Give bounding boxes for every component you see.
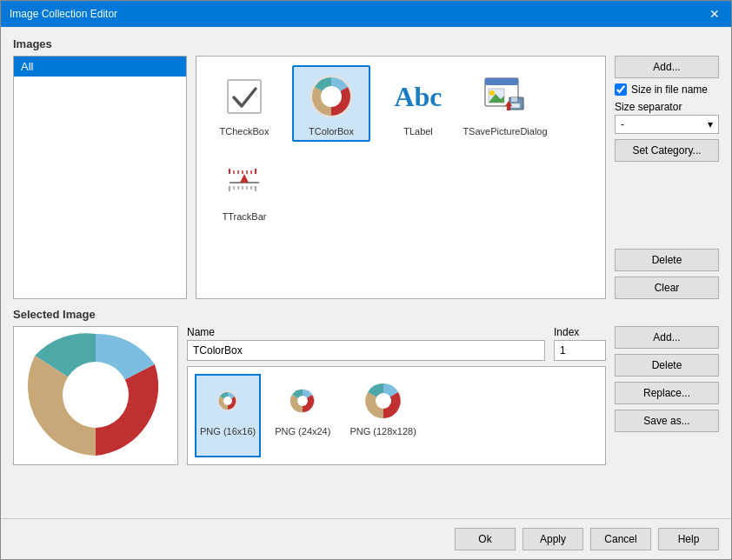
selected-section-label: Selected Image <box>13 308 719 321</box>
images-section: Images All <box>13 37 719 299</box>
image-item-tcheckbox[interactable]: TCheckBox <box>205 65 283 142</box>
svg-marker-21 <box>240 174 249 183</box>
png-item-16[interactable]: PNG (16x16) <box>195 374 261 457</box>
png-grid-container: PNG (16x16) <box>187 366 606 465</box>
dropdown-chevron-icon: ▾ <box>708 118 713 130</box>
set-category-button[interactable]: Set Category... <box>615 139 719 162</box>
images-actions: Add... Size in file name Size separator … <box>615 56 719 299</box>
svg-rect-9 <box>511 97 517 102</box>
index-field-label: Index <box>554 326 606 338</box>
size-separator-row: Size separator - ▾ <box>615 101 719 134</box>
svg-point-32 <box>223 397 232 405</box>
images-delete-button[interactable]: Delete <box>615 249 719 271</box>
size-in-file-name-label: Size in file name <box>631 83 708 96</box>
main-window: Image Collection Editor ✕ Images All <box>0 0 732 560</box>
name-input[interactable] <box>187 340 545 361</box>
tcheckbox-icon <box>218 70 270 123</box>
images-grid-container: TCheckBox <box>196 56 606 299</box>
index-input[interactable] <box>554 340 606 361</box>
footer: Ok Apply Cancel Help <box>1 518 731 559</box>
tcolorbox-label: TColorBox <box>309 126 354 137</box>
tcolorbox-icon <box>305 70 357 123</box>
selected-section: Selected Image <box>13 308 719 465</box>
selected-save-as-button[interactable]: Save as... <box>615 410 719 432</box>
png16-label: PNG (16x16) <box>200 426 256 437</box>
name-field-label: Name <box>187 326 545 338</box>
window-body: Images All <box>1 27 731 518</box>
png-item-24[interactable]: PNG (24x24) <box>270 374 336 457</box>
png-item-128[interactable]: PNG (128x128) <box>344 374 421 457</box>
png24-icon <box>281 379 324 423</box>
ttrackbar-label: TTrackBar <box>223 211 267 222</box>
tlabel-icon: Abc <box>392 70 444 123</box>
svg-rect-12 <box>507 106 510 110</box>
index-field-group: Index <box>554 326 606 361</box>
images-section-content: All TCheckBox <box>13 56 719 299</box>
image-item-tlabel[interactable]: Abc TLabel <box>379 65 457 142</box>
help-button[interactable]: Help <box>658 528 719 550</box>
ttrackbar-icon <box>218 156 270 208</box>
images-list[interactable]: All <box>13 56 187 299</box>
selected-replace-button[interactable]: Replace... <box>615 382 719 404</box>
size-separator-select[interactable]: - ▾ <box>615 115 719 134</box>
png128-label: PNG (128x128) <box>349 426 416 437</box>
svg-rect-4 <box>485 78 518 85</box>
tsavepicturedialog-icon <box>479 70 531 123</box>
size-separator-value: - <box>621 118 624 130</box>
cancel-button[interactable]: Cancel <box>590 528 651 550</box>
images-clear-button[interactable]: Clear <box>615 277 719 299</box>
name-field-group: Name <box>187 326 545 361</box>
selected-delete-button[interactable]: Delete <box>615 354 719 377</box>
selected-section-content: Name Index <box>13 326 719 465</box>
ok-button[interactable]: Ok <box>455 528 516 550</box>
png24-label: PNG (24x24) <box>275 426 330 437</box>
tsavepicturedialog-label: TSavePictureDialog <box>462 126 547 137</box>
window-title: Image Collection Editor <box>10 8 117 20</box>
png128-icon <box>362 379 405 423</box>
list-item-all[interactable]: All <box>14 57 186 77</box>
name-index-row: Name Index <box>187 326 606 361</box>
svg-point-6 <box>489 90 495 96</box>
svg-point-36 <box>376 393 391 409</box>
svg-point-34 <box>297 396 308 406</box>
size-in-file-name-row: Size in file name <box>615 83 719 96</box>
selected-actions: Add... Delete Replace... Save as... <box>615 326 719 465</box>
large-colorbox-icon <box>26 330 165 463</box>
images-section-label: Images <box>13 37 719 50</box>
tcheckbox-label: TCheckBox <box>220 126 270 137</box>
images-grid: TCheckBox <box>205 65 596 227</box>
tlabel-label: TLabel <box>403 126 433 137</box>
images-add-button[interactable]: Add... <box>615 56 719 78</box>
apply-button[interactable]: Apply <box>522 528 583 550</box>
image-item-tsavepicturedialog[interactable]: TSavePictureDialog <box>466 65 544 142</box>
svg-point-30 <box>63 362 129 428</box>
selected-preview <box>13 326 178 465</box>
size-separator-label: Size separator <box>615 101 719 113</box>
image-item-ttrackbar[interactable]: TTrackBar <box>205 150 283 227</box>
svg-point-2 <box>321 86 342 107</box>
svg-rect-10 <box>511 103 520 108</box>
image-item-tcolorbox[interactable]: TColorBox <box>292 65 370 142</box>
close-button[interactable]: ✕ <box>707 6 722 22</box>
png16-icon <box>206 379 250 423</box>
selected-main: Name Index <box>187 326 606 465</box>
size-in-file-name-checkbox[interactable] <box>615 83 627 96</box>
title-bar: Image Collection Editor ✕ <box>1 1 731 27</box>
selected-add-button[interactable]: Add... <box>615 326 719 349</box>
